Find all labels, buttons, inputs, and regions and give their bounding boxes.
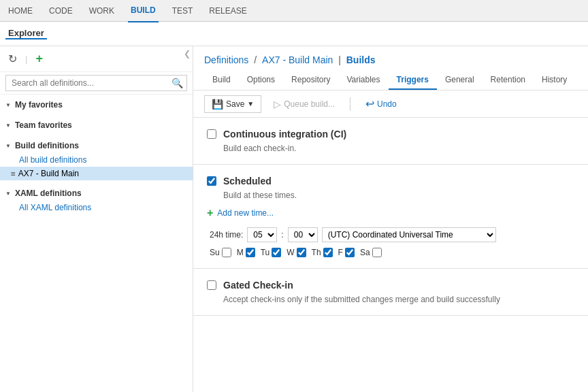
hour-select[interactable]: 05 00010203 04060708 09101112: [247, 227, 277, 242]
my-favorites-label: My favorites: [15, 100, 63, 110]
nav-code[interactable]: CODE: [46, 0, 76, 22]
save-icon: 💾: [212, 99, 223, 110]
breadcrumb-sep2: |: [338, 54, 344, 65]
scheduled-trigger-title: Scheduled: [223, 176, 272, 186]
day-sunday-checkbox[interactable]: [222, 248, 231, 257]
sidebar: ❮ ↻ | + 🔍 ▼ My favorites ▼ Team favorite…: [0, 46, 193, 392]
scheduled-trigger-header: Scheduled: [207, 176, 574, 186]
subnav-explorer[interactable]: Explorer: [5, 28, 47, 39]
undo-label: Undo: [377, 99, 397, 109]
tab-repository[interactable]: Repository: [283, 71, 338, 90]
nav-build[interactable]: BUILD: [128, 0, 159, 22]
ci-trigger-section: Continuous integration (CI) Build each c…: [193, 118, 588, 165]
collapse-sidebar-button[interactable]: ❮: [182, 46, 193, 61]
build-definition-item-ax7[interactable]: ≡ AX7 - Build Main: [0, 167, 193, 180]
day-sunday-label: Su: [210, 248, 220, 257]
time-label: 24h time:: [210, 230, 243, 240]
day-friday-label: F: [338, 248, 343, 257]
page-header: Definitions / AX7 - Build Main | Builds …: [193, 46, 588, 91]
main-layout: ❮ ↻ | + 🔍 ▼ My favorites ▼ Team favorite…: [0, 46, 588, 392]
section-team-favorites: ▼ Team favorites: [0, 115, 193, 135]
tab-triggers[interactable]: Triggers: [389, 71, 437, 90]
breadcrumb-sep1: /: [254, 54, 259, 65]
nav-work[interactable]: WORK: [86, 0, 117, 22]
day-friday-checkbox[interactable]: [345, 248, 355, 257]
triangle-icon: ▼: [5, 102, 11, 108]
section-my-favorites: ▼ My favorites: [0, 95, 193, 115]
xaml-definitions-header[interactable]: ▼ XAML definitions: [0, 186, 193, 201]
section-xaml-definitions: ▼ XAML definitions All XAML definitions: [0, 183, 193, 217]
undo-button[interactable]: ↩ Undo: [359, 95, 404, 113]
ci-trigger-description: Build each check-in.: [223, 144, 574, 153]
day-tuesday-label: Tu: [261, 248, 270, 257]
scheduled-trigger-description: Build at these times.: [223, 191, 574, 200]
gated-trigger-description: Accept check-ins only if the submitted c…: [223, 295, 574, 304]
all-xaml-definitions-link[interactable]: All XAML definitions: [0, 201, 193, 214]
search-input[interactable]: [5, 75, 187, 91]
breadcrumb-builds[interactable]: Builds: [346, 54, 376, 65]
gated-trigger-section: Gated Check-in Accept check-ins only if …: [193, 269, 588, 316]
day-monday-checkbox[interactable]: [246, 248, 255, 257]
sub-navigation: Explorer: [0, 22, 588, 46]
ci-trigger-title: Continuous integration (CI): [223, 129, 346, 140]
nav-home[interactable]: HOME: [5, 0, 35, 22]
queue-label: Queue build...: [284, 99, 335, 109]
gated-trigger-title: Gated Check-in: [223, 280, 293, 291]
sidebar-search-container: 🔍: [0, 72, 193, 95]
day-wednesday-label: W: [287, 248, 294, 257]
schedule-time-row: 24h time: 05 00010203 04060708 09101112 …: [207, 225, 574, 245]
gated-trigger-checkbox[interactable]: [207, 280, 216, 290]
ci-trigger-header: Continuous integration (CI): [207, 129, 574, 140]
sidebar-toolbar: ↻ | +: [0, 46, 193, 72]
refresh-button[interactable]: ↻: [5, 51, 20, 67]
team-favorites-label: Team favorites: [15, 120, 72, 130]
tab-history[interactable]: History: [534, 71, 575, 90]
triangle-icon: ▼: [5, 191, 11, 197]
tab-bar: Build Options Repository Variables Trigg…: [204, 71, 577, 90]
queue-icon: ▷: [274, 99, 281, 110]
day-wednesday: W: [287, 248, 306, 257]
nav-test[interactable]: TEST: [169, 0, 196, 22]
nav-release[interactable]: RELEASE: [206, 0, 249, 22]
scheduled-trigger-checkbox[interactable]: [207, 176, 216, 186]
day-saturday: Sa: [360, 248, 382, 257]
add-new-time-label: Add new time...: [217, 208, 274, 218]
build-definitions-header[interactable]: ▼ Build definitions: [0, 138, 193, 153]
gated-trigger-header: Gated Check-in: [207, 280, 574, 291]
save-dropdown-icon: ▼: [247, 100, 254, 108]
tab-options[interactable]: Options: [239, 71, 283, 90]
add-new-time-row[interactable]: + Add new time...: [207, 207, 574, 219]
content-area: Continuous integration (CI) Build each c…: [193, 118, 588, 392]
team-favorites-header[interactable]: ▼ Team favorites: [0, 118, 193, 133]
day-saturday-label: Sa: [360, 248, 370, 257]
tab-retention[interactable]: Retention: [483, 71, 534, 90]
tab-general[interactable]: General: [437, 71, 483, 90]
save-button[interactable]: 💾 Save ▼: [204, 95, 261, 113]
day-monday: M: [237, 248, 255, 257]
triangle-icon: ▼: [5, 122, 11, 129]
ci-trigger-checkbox[interactable]: [207, 129, 216, 139]
queue-build-button[interactable]: ▷ Queue build...: [267, 96, 342, 112]
day-tuesday-checkbox[interactable]: [272, 248, 281, 257]
day-thursday-label: Th: [312, 248, 321, 257]
breadcrumb-definitions[interactable]: Definitions: [204, 54, 248, 65]
breadcrumb-ax7[interactable]: AX7 - Build Main: [262, 54, 333, 65]
timezone-select[interactable]: (UTC) Coordinated Universal Time (UTC-05…: [322, 227, 496, 242]
day-saturday-checkbox[interactable]: [372, 248, 382, 257]
day-friday: F: [338, 248, 355, 257]
my-favorites-header[interactable]: ▼ My favorites: [0, 97, 193, 112]
action-toolbar: 💾 Save ▼ ▷ Queue build... ↩ Undo: [193, 91, 588, 118]
day-of-week-row: Su M Tu W Th: [207, 245, 574, 257]
add-definition-button[interactable]: +: [33, 50, 46, 67]
save-label: Save: [226, 99, 244, 109]
xaml-definitions-label: XAML definitions: [15, 189, 82, 198]
minute-select[interactable]: 00 153045: [288, 227, 318, 242]
section-build-definitions: ▼ Build definitions All build definition…: [0, 135, 193, 183]
tab-variables[interactable]: Variables: [338, 71, 388, 90]
day-sunday: Su: [210, 248, 231, 257]
all-build-definitions-link[interactable]: All build definitions: [0, 153, 193, 167]
day-thursday-checkbox[interactable]: [323, 248, 333, 257]
search-button[interactable]: 🔍: [172, 78, 183, 88]
tab-build[interactable]: Build: [204, 71, 239, 90]
day-wednesday-checkbox[interactable]: [297, 248, 306, 257]
